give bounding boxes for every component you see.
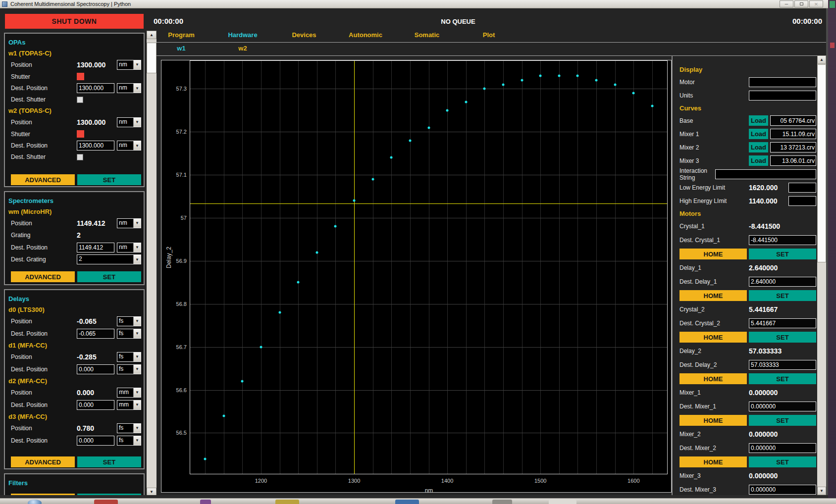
subtab-w2[interactable]: w2 bbox=[238, 45, 247, 52]
d3-dest-position-field[interactable]: 0.000 bbox=[77, 436, 114, 446]
taskbar-item[interactable] bbox=[200, 500, 211, 504]
taskbar-item[interactable] bbox=[395, 500, 419, 504]
spectrometers-set-button[interactable]: SET bbox=[77, 271, 141, 282]
crystal1-home-button[interactable]: HOME bbox=[679, 249, 747, 259]
delays-set-button[interactable]: SET bbox=[77, 456, 141, 467]
tab-plot[interactable]: Plot bbox=[483, 31, 495, 39]
data-point bbox=[446, 109, 449, 111]
mixer2-set-button[interactable]: SET bbox=[749, 456, 816, 467]
d2-units-dropdown[interactable]: mm▼ bbox=[117, 388, 141, 398]
tab-program[interactable]: Program bbox=[168, 31, 194, 39]
d3-units-dropdown[interactable]: fs▼ bbox=[117, 423, 141, 433]
data-point bbox=[315, 251, 318, 253]
tab-hardware[interactable]: Hardware bbox=[228, 31, 257, 39]
scrollbar-thumb[interactable] bbox=[817, 64, 826, 262]
delays-advanced-button[interactable]: ADVANCED bbox=[11, 456, 75, 467]
mixer3-curve-file-field[interactable]: 13.06.01.crv bbox=[770, 155, 816, 166]
scroll-up-button[interactable]: ▲ bbox=[817, 55, 826, 64]
w1-dest-position-field[interactable]: 1300.000 bbox=[77, 83, 114, 93]
crystal2-home-button[interactable]: HOME bbox=[679, 332, 747, 343]
crystal1-dest-field[interactable]: -8.441500 bbox=[749, 235, 816, 245]
d2-dest-units-dropdown[interactable]: mm▼ bbox=[117, 400, 141, 410]
crystal2-dest-field[interactable]: 5.441667 bbox=[749, 318, 816, 328]
taskbar-item[interactable] bbox=[275, 500, 299, 504]
mixer2-home-button[interactable]: HOME bbox=[679, 456, 747, 467]
tab-somatic[interactable]: Somatic bbox=[415, 31, 440, 39]
taskbar[interactable] bbox=[0, 498, 836, 504]
plot-axes[interactable]: 1200130014001500160056.556.656.756.856.9… bbox=[190, 60, 668, 474]
chevron-down-icon: ▼ bbox=[133, 424, 141, 433]
crystal2-set-button[interactable]: SET bbox=[749, 332, 816, 343]
delay2-dest-field[interactable]: 57.033333 bbox=[749, 360, 816, 370]
mixer1-curve-file-field[interactable]: 15.11.09.crv bbox=[770, 129, 816, 139]
dest-position-row: Dest. Position 1149.412 nm▼ bbox=[5, 241, 144, 253]
base-curve-file-field[interactable]: 05 67764.crv bbox=[770, 115, 816, 126]
wm-units-dropdown[interactable]: nm▼ bbox=[117, 218, 141, 228]
d0-dest-position-field[interactable]: -0.065 bbox=[77, 329, 114, 339]
opas-set-button[interactable]: SET bbox=[77, 174, 141, 185]
taskbar-item[interactable] bbox=[492, 500, 512, 504]
delay2-home-button[interactable]: HOME bbox=[679, 373, 747, 384]
w2-dest-units-dropdown[interactable]: nm▼ bbox=[117, 141, 141, 151]
d1-dest-units-dropdown[interactable]: fs▼ bbox=[117, 364, 141, 374]
d3-dest-units-dropdown[interactable]: fs▼ bbox=[117, 436, 141, 446]
subtab-w1[interactable]: w1 bbox=[177, 45, 185, 52]
horizontal-gridline bbox=[190, 132, 667, 132]
w1-units-dropdown[interactable]: nm▼ bbox=[117, 60, 141, 70]
mixer2-load-button[interactable]: Load bbox=[749, 142, 768, 152]
vertical-gridline bbox=[391, 61, 392, 474]
w1-dest-shutter-checkbox[interactable] bbox=[77, 97, 83, 103]
d0-units-dropdown[interactable]: fs▼ bbox=[117, 316, 141, 326]
shutdown-button[interactable]: SHUT DOWN bbox=[5, 14, 144, 29]
scroll-up-button[interactable]: ▲ bbox=[147, 31, 157, 39]
w1-dest-units-dropdown[interactable]: nm▼ bbox=[117, 83, 141, 93]
w2-units-dropdown[interactable]: nm▼ bbox=[117, 117, 141, 127]
delay1-home-button[interactable]: HOME bbox=[679, 290, 747, 301]
d1-dest-position-field[interactable]: 0.000 bbox=[77, 364, 114, 374]
dest-position-row: Dest. Position 1300.000 nm▼ bbox=[5, 140, 144, 151]
units-dropdown[interactable]: nm▼ bbox=[749, 91, 816, 101]
mixer3-load-button[interactable]: Load bbox=[749, 155, 768, 166]
delay2-set-button[interactable]: SET bbox=[749, 373, 816, 384]
scrollbar-thumb[interactable] bbox=[147, 43, 157, 73]
scroll-down-button[interactable]: ▼ bbox=[817, 487, 826, 495]
crystal1-set-button[interactable]: SET bbox=[749, 249, 816, 259]
mixer1-home-button[interactable]: HOME bbox=[679, 415, 747, 426]
mixer2-curve-file-field[interactable]: 13 37213.crv bbox=[770, 142, 816, 152]
base-load-button[interactable]: Load bbox=[749, 115, 768, 126]
taskbar-item[interactable] bbox=[94, 500, 118, 504]
taskbar-item[interactable] bbox=[549, 500, 576, 504]
delay1-dest-field[interactable]: 2.640000 bbox=[749, 277, 816, 287]
mixer2-dest-field[interactable]: 0.000000 bbox=[749, 443, 816, 453]
w2-dest-position-field[interactable]: 1300.000 bbox=[77, 141, 114, 151]
motor-dropdown[interactable]: Delay_2▼ bbox=[749, 77, 816, 87]
low-energy-units-dropdown[interactable]: nm▼ bbox=[788, 183, 816, 193]
d0-dest-units-dropdown[interactable]: fs▼ bbox=[117, 329, 141, 339]
spectrometers-advanced-button[interactable]: ADVANCED bbox=[11, 271, 75, 282]
close-button[interactable]: ✕ bbox=[809, 0, 823, 7]
tab-devices[interactable]: Devices bbox=[292, 31, 316, 39]
motor-row: Motor Delay_2▼ bbox=[679, 75, 816, 89]
w2-dest-shutter-checkbox[interactable] bbox=[77, 154, 83, 160]
tab-autonomic[interactable]: Autonomic bbox=[349, 31, 382, 39]
mixer1-load-button[interactable]: Load bbox=[749, 129, 768, 139]
wm-dest-grating-dropdown[interactable]: 2▼ bbox=[77, 254, 141, 264]
y-tick-label: 56.9 bbox=[176, 258, 187, 264]
delay1-set-button[interactable]: SET bbox=[749, 290, 816, 301]
motor-dest-row: Dest. Delay_1 2.640000 bbox=[679, 275, 816, 289]
opas-advanced-button[interactable]: ADVANCED bbox=[11, 174, 75, 185]
mixer3-dest-field[interactable]: 0.000000 bbox=[749, 485, 816, 495]
d2-dest-position-field[interactable]: 0.000 bbox=[77, 400, 114, 410]
d1-units-dropdown[interactable]: fs▼ bbox=[117, 352, 141, 362]
minimize-button[interactable]: ─ bbox=[780, 0, 793, 7]
mixer1-dest-field[interactable]: 0.000000 bbox=[749, 402, 816, 411]
maximize-button[interactable] bbox=[794, 0, 808, 7]
high-energy-units-dropdown[interactable]: nm▼ bbox=[788, 196, 816, 206]
wm-dest-units-dropdown[interactable]: nm▼ bbox=[117, 243, 141, 252]
wm-dest-position-field[interactable]: 1149.412 bbox=[77, 243, 114, 252]
interaction-string-dropdown[interactable]: NON-NON-NON-S▼ bbox=[715, 169, 816, 179]
start-orb-icon[interactable] bbox=[28, 500, 42, 504]
left-scrollbar[interactable]: ▲ ▼ bbox=[147, 31, 157, 496]
right-scrollbar[interactable]: ▲ ▼ bbox=[817, 55, 826, 495]
mixer1-set-button[interactable]: SET bbox=[749, 415, 816, 426]
